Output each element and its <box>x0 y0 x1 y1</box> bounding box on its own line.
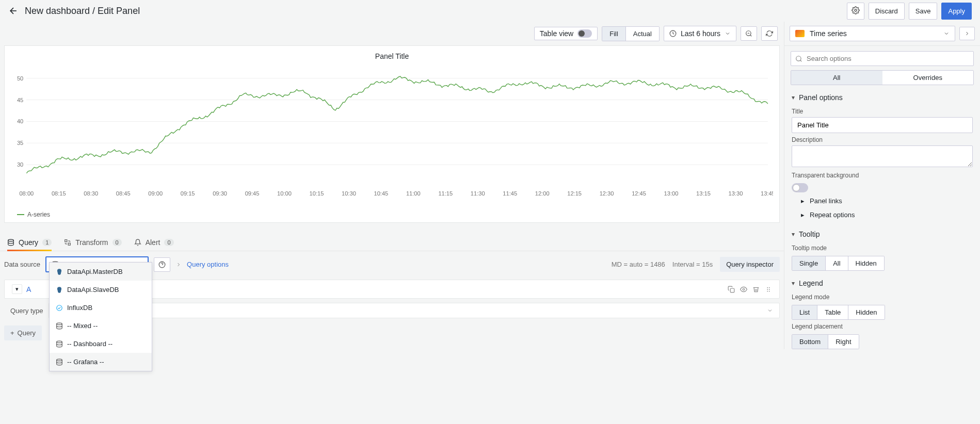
postgres-icon <box>56 286 63 293</box>
tab-query[interactable]: Query 1 <box>7 234 52 251</box>
row-collapse-icon[interactable]: ▾ <box>12 284 22 294</box>
repeat-options-row[interactable]: ▸ Repeat options <box>792 208 973 222</box>
table-view-toggle[interactable]: Table view <box>534 27 598 40</box>
save-button[interactable]: Save <box>909 3 938 20</box>
svg-text:08:30: 08:30 <box>84 190 98 197</box>
actual-mode[interactable]: Actual <box>625 27 659 41</box>
ds-option-slave[interactable]: DataApi.SlaveDB <box>50 281 152 299</box>
back-icon[interactable] <box>8 6 19 16</box>
ds-option-label: DataApi.MasterDB <box>67 268 123 275</box>
database-icon <box>7 239 14 246</box>
svg-text:10:45: 10:45 <box>374 190 388 197</box>
duplicate-icon[interactable] <box>728 286 735 293</box>
tooltip-hidden[interactable]: Hidden <box>848 256 884 270</box>
description-input[interactable] <box>792 145 973 167</box>
panel-options-header[interactable]: ▾ Panel options <box>792 90 973 105</box>
title-field-label: Title <box>792 105 973 117</box>
ds-option-master[interactable]: DataApi.MasterDB <box>50 263 152 281</box>
svg-text:08:45: 08:45 <box>116 190 131 197</box>
svg-text:40: 40 <box>17 119 23 125</box>
title-input[interactable] <box>792 117 973 133</box>
table-view-label: Table view <box>540 29 573 38</box>
tooltip-all[interactable]: All <box>825 256 847 270</box>
add-query-button[interactable]: + Query <box>4 325 42 340</box>
discard-button[interactable]: Discard <box>869 3 905 20</box>
ds-option-label: -- Mixed -- <box>67 322 98 330</box>
legend-list[interactable]: List <box>792 305 817 319</box>
visualization-picker[interactable]: Time series <box>790 26 955 41</box>
add-query-label: Query <box>18 329 36 337</box>
transparent-label: Transparent background <box>792 169 973 181</box>
eye-icon[interactable] <box>740 286 747 293</box>
legend-bottom[interactable]: Bottom <box>792 335 828 349</box>
query-letter: A <box>26 285 31 293</box>
panel-options-title: Panel options <box>799 93 843 102</box>
timeseries-icon <box>795 30 805 37</box>
legend-right[interactable]: Right <box>828 335 858 349</box>
tooltip-single[interactable]: Single <box>792 256 825 270</box>
svg-text:11:45: 11:45 <box>503 190 517 197</box>
tab-alert[interactable]: Alert 0 <box>134 234 174 251</box>
ds-help-button[interactable] <box>154 257 170 272</box>
zoom-out-button[interactable] <box>741 26 757 41</box>
svg-point-48 <box>767 287 768 288</box>
search-options-input[interactable] <box>791 51 974 66</box>
ds-option-influx[interactable]: InfluxDB <box>50 299 152 317</box>
legend-table[interactable]: Table <box>817 305 848 319</box>
tab-transform-count: 0 <box>113 239 122 246</box>
tooltip-header[interactable]: ▾ Tooltip <box>792 227 973 241</box>
database-icon <box>56 322 63 330</box>
tab-transform[interactable]: Transform 0 <box>64 234 121 251</box>
svg-point-49 <box>769 287 770 288</box>
svg-text:12:45: 12:45 <box>632 190 646 197</box>
settings-button[interactable] <box>847 3 864 20</box>
transparent-toggle[interactable] <box>792 183 808 192</box>
svg-text:09:00: 09:00 <box>148 190 163 197</box>
chevron-down-icon: ▾ <box>792 94 795 101</box>
svg-rect-42 <box>68 243 70 245</box>
svg-text:13:15: 13:15 <box>696 190 711 197</box>
time-range-picker[interactable]: Last 6 hours <box>664 26 736 41</box>
svg-text:12:15: 12:15 <box>567 190 582 197</box>
query-options-link[interactable]: Query options <box>187 260 229 268</box>
chevron-down-icon: ▾ <box>792 231 795 238</box>
panel-links-row[interactable]: ▸ Panel links <box>792 194 973 208</box>
chevron-right-icon: ▸ <box>801 197 805 205</box>
tab-transform-label: Transform <box>75 238 108 247</box>
query-inspector-button[interactable]: Query inspector <box>720 257 780 272</box>
svg-rect-41 <box>65 240 67 242</box>
database-icon <box>56 340 63 348</box>
trash-icon[interactable] <box>752 286 760 293</box>
drag-handle-icon[interactable] <box>765 286 772 293</box>
svg-text:30: 30 <box>17 161 23 168</box>
breadcrumb-title: New dashboard / Edit Panel <box>25 6 140 17</box>
ds-option-dashboard[interactable]: -- Dashboard -- <box>50 335 152 349</box>
ds-option-label: -- Dashboard -- <box>67 340 113 348</box>
ds-option-mixed[interactable]: -- Mixed -- <box>50 317 152 335</box>
chart-area[interactable]: 303540455008:0008:1508:3008:4509:0009:15… <box>11 64 773 209</box>
fill-mode[interactable]: Fill <box>602 27 625 41</box>
legend-header[interactable]: ▾ Legend <box>792 276 973 290</box>
tab-query-count: 1 <box>42 239 52 246</box>
interval-text: Interval = 15s <box>672 260 713 268</box>
viz-type-label: Time series <box>810 29 847 38</box>
panel-card: Panel Title 303540455008:0008:1508:3008:… <box>4 45 780 223</box>
options-tab-all[interactable]: All <box>791 71 882 85</box>
svg-text:08:00: 08:00 <box>19 190 34 197</box>
query-type-select[interactable] <box>49 303 780 318</box>
tab-query-label: Query <box>19 238 38 247</box>
svg-point-50 <box>767 289 768 290</box>
refresh-button[interactable] <box>761 26 778 41</box>
chevron-right-icon[interactable] <box>175 262 182 268</box>
apply-button[interactable]: Apply <box>941 3 972 20</box>
legend-hidden[interactable]: Hidden <box>848 305 884 319</box>
expand-button[interactable] <box>959 27 975 40</box>
svg-text:09:30: 09:30 <box>213 190 227 197</box>
table-view-switch[interactable] <box>577 29 592 38</box>
ds-option-label: DataApi.SlaveDB <box>67 286 119 293</box>
chevron-down-icon <box>943 30 950 37</box>
legend-label[interactable]: A-series <box>27 211 50 218</box>
options-tab-overrides[interactable]: Overrides <box>882 71 974 85</box>
legend-placement-label: Legend placement <box>792 320 973 332</box>
description-field-label: Description <box>792 133 973 145</box>
